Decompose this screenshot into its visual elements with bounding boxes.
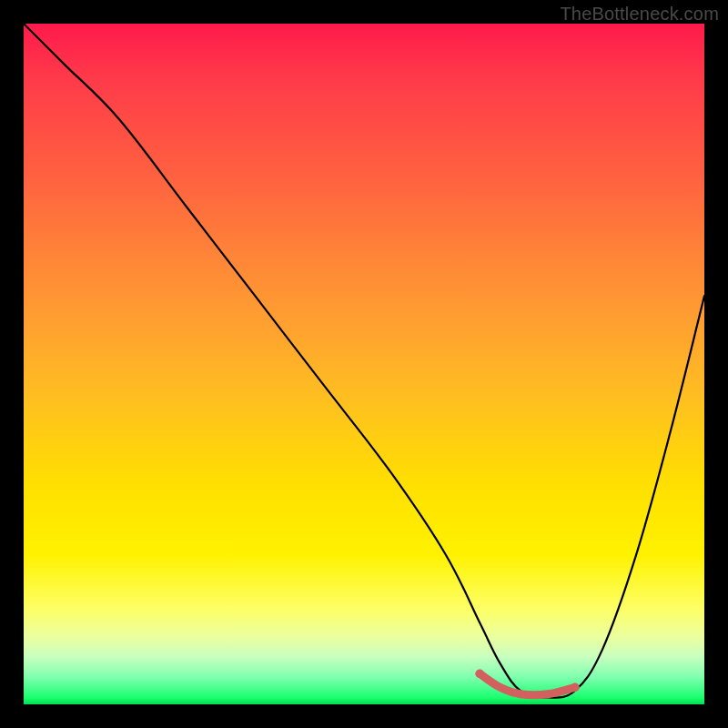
svg-point-1 xyxy=(571,683,580,693)
curve-layer xyxy=(24,24,704,704)
chart-frame: TheBottleneck.com xyxy=(0,0,728,728)
watermark-text: TheBottleneck.com xyxy=(560,4,719,25)
plot-area xyxy=(24,24,704,704)
bottleneck-curve xyxy=(24,24,704,698)
svg-point-0 xyxy=(475,670,484,679)
trough-highlight xyxy=(480,673,575,694)
